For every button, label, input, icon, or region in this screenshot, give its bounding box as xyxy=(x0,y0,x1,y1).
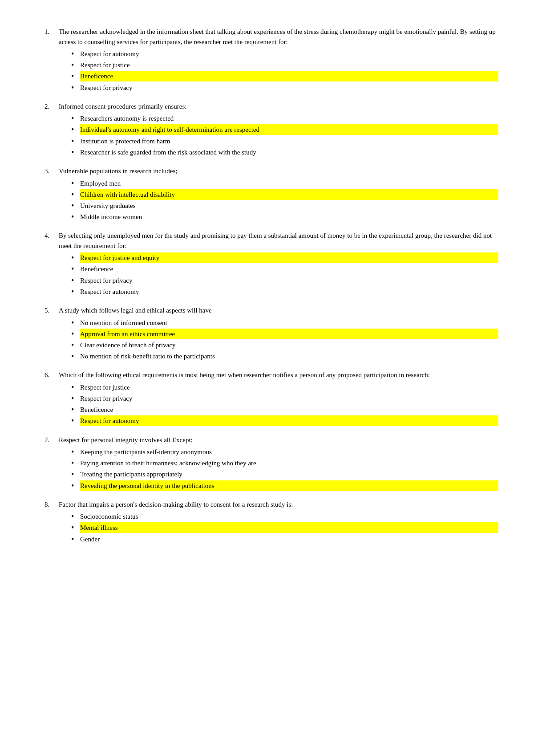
answer-item-4-1: •Respect for justice and equity xyxy=(71,252,498,264)
answer-item-2-4: •Researcher is safe guarded from the ris… xyxy=(71,147,498,158)
answer-list-2: •Researchers autonomy is respected•Indiv… xyxy=(71,113,498,158)
answer-text-4-2: Beneficence xyxy=(80,264,498,274)
answer-list-3: •Employed men•Children with intellectual… xyxy=(71,178,498,223)
answer-item-3-2: •Children with intellectual disability xyxy=(71,189,498,200)
answer-text-7-3: Treating the participants appropriately xyxy=(80,469,498,480)
answer-item-5-1: •No mention of informed consent xyxy=(71,317,498,329)
bullet-icon: • xyxy=(71,49,77,60)
bullet-icon: • xyxy=(71,264,77,275)
question-text-8: 8.Factor that impairs a person's decisio… xyxy=(44,500,498,510)
question-number-5: 5. xyxy=(44,305,55,316)
answer-item-5-4: •No mention of risk-benefit ratio to the… xyxy=(71,351,498,362)
question-number-7: 7. xyxy=(44,435,55,445)
answer-item-6-2: •Respect for privacy xyxy=(71,393,498,404)
answer-item-8-1: •Socioeconomic status xyxy=(71,511,498,522)
answer-text-6-2: Respect for privacy xyxy=(80,393,498,404)
bullet-icon: • xyxy=(71,469,77,480)
answer-item-1-3: •Beneficence xyxy=(71,71,498,82)
answer-item-7-4: •Revealing the personal identity in the … xyxy=(71,480,498,492)
question-block-8: 8.Factor that impairs a person's decisio… xyxy=(44,500,498,545)
answer-text-5-3: Clear evidence of breach of privacy xyxy=(80,340,498,350)
answer-item-3-1: •Employed men xyxy=(71,178,498,189)
answer-text-1-2: Respect for justice xyxy=(80,60,498,70)
answer-text-5-4: No mention of risk-benefit ratio to the … xyxy=(80,351,498,362)
answer-text-8-3: Gender xyxy=(80,534,498,545)
bullet-icon: • xyxy=(71,124,77,135)
question-body-5: A study which follows legal and ethical … xyxy=(59,305,498,316)
answer-text-3-2: Children with intellectual disability xyxy=(80,189,498,200)
question-number-4: 4. xyxy=(44,231,55,251)
answer-text-1-3: Beneficence xyxy=(80,71,498,81)
question-number-2: 2. xyxy=(44,102,55,112)
bullet-icon: • xyxy=(71,200,77,211)
bullet-icon: • xyxy=(71,351,77,362)
bullet-icon: • xyxy=(71,511,77,522)
question-body-7: Respect for personal integrity involves … xyxy=(59,435,498,445)
answer-list-1: •Respect for autonomy•Respect for justic… xyxy=(71,49,498,93)
answer-text-1-1: Respect for autonomy xyxy=(80,49,498,59)
answer-text-2-1: Researchers autonomy is respected xyxy=(80,113,498,124)
bullet-icon: • xyxy=(71,522,77,533)
bullet-icon: • xyxy=(71,60,77,71)
question-number-8: 8. xyxy=(44,500,55,510)
answer-item-6-3: •Beneficence xyxy=(71,404,498,415)
bullet-icon: • xyxy=(71,147,77,158)
answer-text-3-3: University graduates xyxy=(80,200,498,211)
bullet-icon: • xyxy=(71,340,77,351)
answer-text-2-2: Individual's autonomy and right to self-… xyxy=(80,124,498,135)
question-number-3: 3. xyxy=(44,166,55,176)
answer-item-1-4: •Respect for privacy xyxy=(71,82,498,93)
answer-text-6-1: Respect for justice xyxy=(80,382,498,393)
answer-text-1-4: Respect for privacy xyxy=(80,82,498,93)
question-text-1: 1.The researcher acknowledged in the inf… xyxy=(44,27,498,47)
answer-text-5-2: Approval from an ethics committee xyxy=(80,329,498,339)
question-text-5: 5.A study which follows legal and ethica… xyxy=(44,305,498,316)
question-block-6: 6.Which of the following ethical require… xyxy=(44,370,498,427)
answer-list-7: •Keeping the participants self-identity … xyxy=(71,447,498,492)
bullet-icon: • xyxy=(71,211,77,223)
question-text-2: 2.Informed consent procedures primarily … xyxy=(44,102,498,112)
answer-text-7-1: Keeping the participants self-identity a… xyxy=(80,447,498,457)
bullet-icon: • xyxy=(71,382,77,393)
bullet-icon: • xyxy=(71,252,77,264)
answer-text-6-4: Respect for autonomy xyxy=(80,415,498,426)
answer-item-4-2: •Beneficence xyxy=(71,264,498,275)
question-body-1: The researcher acknowledged in the infor… xyxy=(59,27,498,47)
question-block-2: 2.Informed consent procedures primarily … xyxy=(44,102,498,158)
bullet-icon: • xyxy=(71,189,77,200)
answer-item-3-4: •Middle income women xyxy=(71,211,498,223)
question-block-5: 5.A study which follows legal and ethica… xyxy=(44,305,498,362)
answer-text-4-4: Respect for autonomy xyxy=(80,286,498,297)
answer-list-8: •Socioeconomic status•Mental illness•Gen… xyxy=(71,511,498,545)
bullet-icon: • xyxy=(71,393,77,404)
answer-item-7-1: •Keeping the participants self-identity … xyxy=(71,447,498,458)
answer-text-4-1: Respect for justice and equity xyxy=(80,252,498,263)
bullet-icon: • xyxy=(71,480,77,492)
bullet-icon: • xyxy=(71,82,77,93)
bullet-icon: • xyxy=(71,415,77,427)
bullet-icon: • xyxy=(71,404,77,415)
answer-item-3-3: •University graduates xyxy=(71,200,498,211)
answer-item-4-4: •Respect for autonomy xyxy=(71,286,498,297)
bullet-icon: • xyxy=(71,71,77,82)
answer-item-8-3: •Gender xyxy=(71,534,498,545)
answer-list-4: •Respect for justice and equity•Benefice… xyxy=(71,252,498,297)
bullet-icon: • xyxy=(71,275,77,286)
answer-item-2-2: •Individual's autonomy and right to self… xyxy=(71,124,498,135)
bullet-icon: • xyxy=(71,329,77,340)
bullet-icon: • xyxy=(71,178,77,189)
question-text-4: 4.By selecting only unemployed men for t… xyxy=(44,231,498,251)
bullet-icon: • xyxy=(71,447,77,458)
answer-text-5-1: No mention of informed consent xyxy=(80,317,498,328)
bullet-icon: • xyxy=(71,317,77,329)
question-block-1: 1.The researcher acknowledged in the inf… xyxy=(44,27,498,93)
question-body-8: Factor that impairs a person's decision-… xyxy=(59,500,498,510)
question-body-6: Which of the following ethical requireme… xyxy=(59,370,498,380)
answer-item-2-1: •Researchers autonomy is respected xyxy=(71,113,498,124)
answer-text-8-1: Socioeconomic status xyxy=(80,511,498,522)
answer-text-7-2: Paying attention to their humanness; ack… xyxy=(80,458,498,468)
question-text-7: 7.Respect for personal integrity involve… xyxy=(44,435,498,445)
question-body-3: Vulnerable populations in research inclu… xyxy=(59,166,498,176)
question-block-3: 3.Vulnerable populations in research inc… xyxy=(44,166,498,223)
answer-text-3-4: Middle income women xyxy=(80,211,498,222)
